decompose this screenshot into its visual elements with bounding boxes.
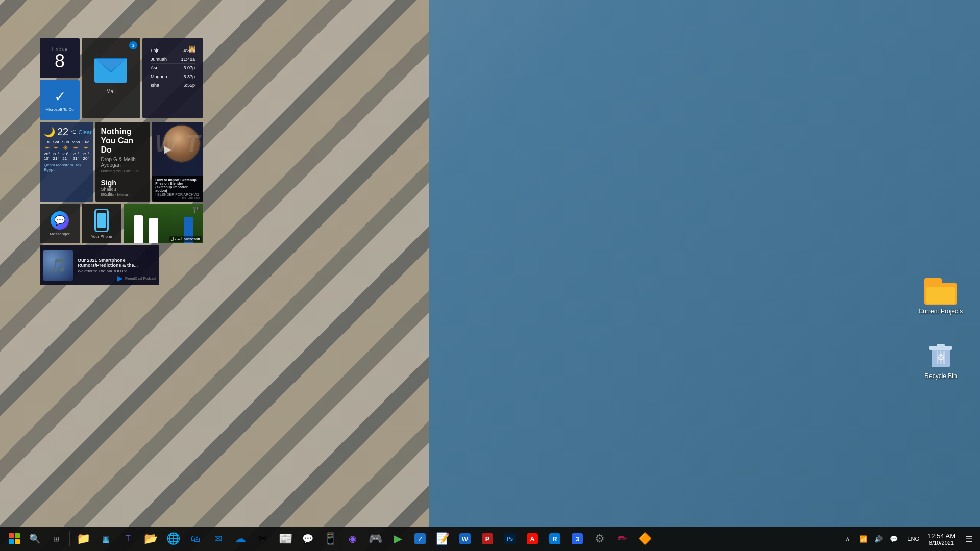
tile-calendar[interactable]: Friday 8 (40, 38, 80, 78)
taskbar-3d[interactable]: 3 (566, 528, 589, 550)
current-projects-folder[interactable]: Current Projects (918, 278, 964, 315)
tile-podcast[interactable]: 🎵 Our 2021 Smartphone Rumors/Predictions… (40, 245, 159, 285)
taskbar-onedrive[interactable]: ☁ (229, 528, 252, 550)
taskbar-app-r[interactable]: R (544, 528, 566, 550)
taskbar-whatsapp[interactable]: 📱 (319, 528, 341, 550)
taskbar-messenger[interactable]: 💬 (297, 528, 319, 550)
task-view-button[interactable]: ⊞ (45, 528, 67, 550)
mail-badge: 1 (129, 41, 137, 49)
sports-badge: المصل Microsoft (169, 236, 202, 242)
win-grid-green (15, 533, 20, 538)
taskbar-explorer[interactable]: 📁 (72, 528, 94, 550)
snip-icon: ✂ (258, 532, 267, 545)
taskbar-right: ∧ 📶 🔊 💬 ENG 12:54 AM 8/10/2021 ☰ (839, 532, 976, 546)
word-icon: W (459, 533, 471, 544)
mail-label: Mail (106, 89, 115, 94)
taskbar-draw[interactable]: ✏ (611, 528, 633, 550)
tile-youtube[interactable]: W T How to import Sketchup Files on Blen… (152, 122, 203, 202)
mail-tb-icon: ✉ (214, 533, 222, 544)
sports-flag: 🏴 (193, 206, 201, 213)
systray-notifications[interactable]: 💬 (887, 532, 901, 546)
win-grid-yellow (15, 539, 20, 544)
taskbar-teams[interactable]: T (117, 528, 139, 550)
systray-volume[interactable]: 🔊 (871, 532, 886, 546)
tile-todo[interactable]: ✓ Microsoft To Do (40, 80, 80, 120)
tile-weather[interactable]: 🌙 22 °C Clear Fri☀28°19° Sat☀28°21° Sun☀… (40, 122, 93, 202)
whatsapp-icon: 📱 (324, 532, 337, 545)
tile-row-3: 💬 Messenger Your Phone 🏴 المصل Microsoft (40, 204, 203, 243)
weather-temp: 22 (57, 126, 68, 138)
taskbar-photoshop[interactable]: Ps (499, 528, 521, 550)
win-grid-red (9, 533, 14, 538)
player-white-2 (149, 218, 158, 243)
calendar-date: 8 (55, 52, 65, 70)
action-center-icon: ☰ (965, 534, 972, 544)
powerpoint-icon: P (482, 533, 493, 544)
taskbar-mail[interactable]: ✉ (207, 528, 229, 550)
start-button[interactable] (4, 529, 24, 549)
tile-row-2: 🌙 22 °C Clear Fri☀28°19° Sat☀28°21° Sun☀… (40, 122, 203, 202)
taskbar-todo[interactable]: ✓ (409, 528, 431, 550)
clock-time: 12:54 AM (927, 532, 955, 540)
prayer-asr: Asr3:07p (151, 64, 195, 72)
clock-area[interactable]: 12:54 AM 8/10/2021 (923, 532, 960, 546)
music-artist: Drop G & Melih Aydogan (101, 157, 145, 168)
recycle-bin[interactable]: ♻ Recycle Bin (918, 342, 964, 380)
podcast-app-row: ▶ FluentCast Podcast (117, 274, 156, 282)
tile-music[interactable]: Nothing You Can Do Drop G & Melih Aydoga… (95, 122, 150, 202)
taskbar-snip[interactable]: ✂ (252, 528, 274, 550)
recycle-bin-icon: ♻ (927, 342, 954, 369)
language-indicator[interactable]: ENG (905, 532, 921, 546)
taskbar-word[interactable]: W (454, 528, 476, 550)
show-hidden-icons[interactable]: ∧ (841, 532, 855, 546)
taskbar-acrobat[interactable]: A (521, 528, 544, 550)
taskbar-settings-app[interactable]: ⚙ (589, 528, 611, 550)
taskbar-widgets[interactable]: ▦ (94, 528, 117, 550)
onedrive-icon: ☁ (235, 532, 246, 545)
taskbar-edge[interactable]: 🌐 (162, 528, 184, 550)
app-r-icon: R (549, 533, 560, 544)
messenger-label: Messenger (50, 232, 70, 236)
taskbar-news[interactable]: 📰 (274, 528, 297, 550)
taskbar-sticky[interactable]: 📝 (431, 528, 454, 550)
taskbar-store[interactable]: 🛍 (184, 528, 207, 550)
messenger-tb-icon: 💬 (302, 533, 313, 544)
notification-icon: 💬 (890, 535, 898, 543)
podcast-app-label: FluentCast Podcast (125, 277, 156, 280)
todo-tb-icon: ✓ (414, 533, 426, 544)
taskbar: 🔍 ⊞ 📁 ▦ T 📂 🌐 🛍 ✉ ☁ ✂ 📰 (0, 527, 980, 551)
weather-temp-row: 🌙 22 °C Clear (44, 126, 89, 138)
svg-rect-9 (940, 351, 942, 364)
tile-phone[interactable]: Your Phone (82, 204, 121, 243)
clock-date: 8/10/2021 (929, 540, 954, 546)
player-white (134, 215, 143, 243)
app-arrow-icon: 🎮 (369, 532, 382, 545)
weather-days-row: Fri☀28°19° Sat☀28°21° Sun☀29°21° Mon☀29°… (44, 140, 89, 161)
music-sigh-title: Sigh (101, 179, 145, 187)
taskbar-divider-1 (69, 531, 70, 546)
podcast-info: Our 2021 Smartphone Rumors/Predictions &… (78, 258, 156, 273)
systray-network[interactable]: 📶 (856, 532, 870, 546)
tile-prayer[interactable]: 🕌 Fajr4:31a Jumuah11:48a Asr3:07p Maghri… (142, 38, 203, 118)
svg-rect-6 (937, 344, 945, 347)
tile-mail[interactable]: Mail 1 (82, 38, 140, 118)
tile-row-4: 🎵 Our 2021 Smartphone Rumors/Predictions… (40, 245, 203, 285)
weather-day-mon: Mon☀29°21° (72, 140, 80, 161)
taskbar-play[interactable]: ▶ (386, 528, 409, 550)
taskbar-blender[interactable]: 🔶 (633, 528, 656, 550)
youtube-watermark: W T (155, 130, 200, 158)
taskbar-files[interactable]: 📂 (139, 528, 162, 550)
mail-envelope-icon (94, 58, 127, 85)
taskbar-powerpoint[interactable]: P (476, 528, 499, 550)
taskbar-search[interactable]: 🔍 (24, 529, 45, 549)
app-circle-icon: ◉ (349, 533, 357, 544)
sticky-icon: 📝 (436, 532, 450, 545)
taskbar-app-circle[interactable]: ◉ (341, 528, 364, 550)
youtube-channel: I BLENDER FOR ARCHVIZ (155, 193, 200, 196)
phone-screen (97, 213, 106, 228)
tile-messenger[interactable]: 💬 Messenger (40, 204, 80, 243)
acrobat-icon: A (527, 533, 538, 544)
taskbar-app-arrow[interactable]: 🎮 (364, 528, 386, 550)
tile-sports[interactable]: 🏴 المصل Microsoft (124, 204, 203, 243)
action-center[interactable]: ☰ (962, 532, 976, 546)
